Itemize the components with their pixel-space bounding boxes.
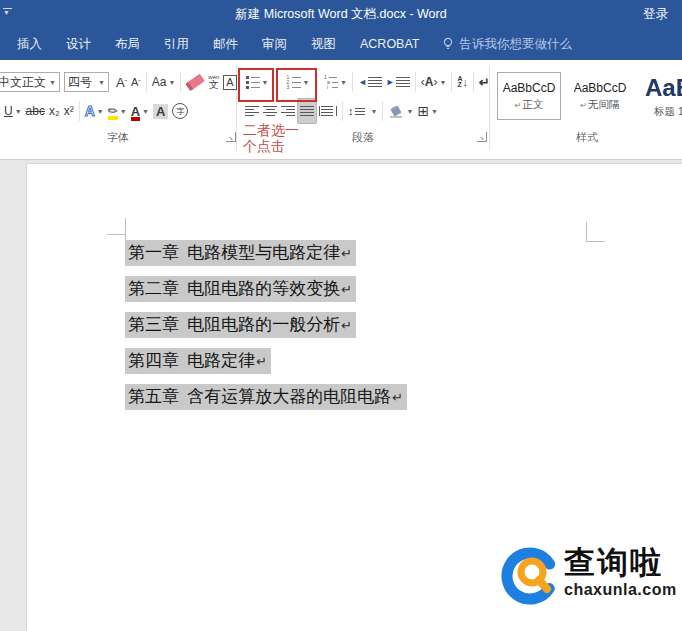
document-paragraph[interactable]: 第一章 电路模型与电路定律↵ [125,240,407,266]
sort-button[interactable]: AZ ↓ [455,70,470,94]
strikethrough-button[interactable]: abc [24,99,47,123]
styles-group-label: 样式 [492,130,682,145]
margin-mark-left-horizontal [107,234,126,235]
character-shading-button[interactable]: A [151,99,170,123]
ribbon-tab[interactable]: ACROBAT [348,28,432,60]
ribbon-tab-row: 插入设计布局引用邮件审阅视图ACROBAT 告诉我你想要做什么 [0,28,682,60]
document-paragraph[interactable]: 第三章 电阻电路的一般分析↵ [125,312,407,338]
chevron-down-icon: ▼ [15,108,22,115]
style-name: ↵无间隔 [580,98,619,112]
chevron-down-icon: ▼ [406,108,413,115]
chevron-down-icon: ▼ [439,79,446,86]
subscript-glyph: x₂ [49,104,60,118]
annotation-line2: 个点击 [243,138,299,154]
text-highlight-button[interactable]: ✎ ▼ [106,99,129,123]
line-spacing-button[interactable]: ↕ ▼ [346,99,379,123]
return-glyph: ↵ [580,101,587,110]
chevron-down-icon: ▼ [431,108,438,115]
align-right-button[interactable] [279,99,297,123]
paragraph-text: 第五章 含有运算放大器的电阻电路 [128,387,391,406]
font-dialog-launcher[interactable] [226,132,236,142]
chevron-down-icon: ▼ [98,79,105,86]
numbering-button[interactable]: 1 2 3 ▼ [280,70,316,94]
ribbon-tab[interactable]: 布局 [103,28,152,60]
paragraph-dialog-launcher[interactable] [477,132,487,142]
subscript-button[interactable]: x₂ [47,99,62,123]
paragraph-group-row1: ▼ 1 2 3 ▼ 1 a i ▼ ◄ [241,69,492,95]
tell-me-label: 告诉我你想要做什么 [460,36,573,53]
style-card-2[interactable]: AaBbCcD↵无间隔 [566,72,634,120]
text-effects-icon: A [85,103,95,119]
multilevel-list-button[interactable]: 1 a i ▼ [322,70,349,94]
style-card-1[interactable]: AaBbCcD↵正文 [497,72,561,120]
borders-button[interactable]: ⊞ ▼ [415,99,440,123]
style-card-3[interactable]: AaB标题 1 [639,72,682,120]
font-size-combo[interactable]: 四号 ▼ [64,72,109,92]
font-name-combo[interactable]: 中文正文 ▼ [0,72,60,92]
chevron-down-icon: ▼ [142,108,149,115]
watermark-domain: chaxunla.com [564,581,677,599]
document-paragraph[interactable]: 第四章 电路定律↵ [125,348,407,374]
increase-indent-button[interactable]: ► [384,70,412,94]
document-page[interactable]: 第一章 电路模型与电路定律↵第二章 电阻电路的等效变换↵第三章 电阻电路的一般分… [26,163,682,631]
font-group-label: 字体 [0,130,236,145]
font-group-row2: U ▼ abc x₂ x² A ▼ ✎ ▼ [2,98,190,124]
align-right-icon [281,106,295,116]
window-title: 新建 Microsoft Word 文档.docx - Word [0,0,682,28]
paragraph-mark: ↵ [341,282,352,297]
clear-formatting-button[interactable] [184,70,206,94]
ribbon-tab[interactable]: 设计 [54,28,103,60]
chevron-down-icon: ▼ [303,79,310,86]
strikethrough-glyph: abc [26,104,45,118]
paragraph-text: 第三章 电阻电路的一般分析 [128,315,340,334]
separator [146,72,147,92]
align-left-button[interactable] [243,99,261,123]
tell-me-box[interactable]: 告诉我你想要做什么 [442,36,573,53]
character-border-button[interactable]: A [221,70,238,94]
phonetic-guide-button[interactable]: wén 文 [206,70,221,94]
paragraph-mark: ↵ [341,318,352,333]
sign-in-button[interactable]: 登录 [643,0,668,28]
separator [415,72,416,92]
paint-bucket-icon [388,103,404,119]
document-paragraph[interactable]: 第二章 电阻电路的等效变换↵ [125,276,407,302]
change-case-button[interactable]: Aa ▼ [150,70,178,94]
underline-button[interactable]: U ▼ [2,99,24,123]
font-color-icon: A [131,104,140,119]
shrink-font-button[interactable]: Aˇ [129,70,143,94]
text-effects-button[interactable]: A ▼ [83,99,106,123]
chevron-down-icon: ▼ [340,79,347,86]
document-paragraph[interactable]: 第五章 含有运算放大器的电阻电路↵ [125,384,407,410]
bullets-button[interactable]: ▼ [241,70,273,94]
paragraph-mark: ↵ [392,390,403,405]
magnifier-logo-icon [498,545,562,609]
grow-font-button[interactable]: Aˆ [114,70,129,94]
style-name-text: 正文 [522,98,543,110]
paragraph-mark: ↵ [341,246,352,261]
title-bar: ▼ 新建 Microsoft Word 文档.docx - Word 登录 [0,0,682,28]
paragraph-group-row2: ↕ ▼ ▼ ⊞ ▼ [243,98,440,124]
asian-layout-button[interactable]: ‹A› ▼ [419,70,449,94]
ribbon-tab[interactable]: 审阅 [250,28,299,60]
style-preview: AaBbCcD [574,81,627,95]
decrease-indent-button[interactable]: ◄ [356,70,384,94]
annotation-text: 二者选一 个点击 [243,122,299,154]
shading-button[interactable]: ▼ [386,99,415,123]
align-center-button[interactable] [261,99,279,123]
show-hide-marks-button[interactable]: ↵ [477,70,492,94]
style-name-text: 标题 1 [654,105,682,117]
font-color-button[interactable]: A ▼ [129,99,151,123]
ribbon-tab[interactable]: 引用 [152,28,201,60]
ribbon-tab[interactable]: 视图 [299,28,348,60]
character-border-icon: A [223,75,236,90]
enclose-characters-button[interactable]: 字 [170,99,190,123]
enclose-characters-icon: 字 [172,103,188,119]
distribute-button[interactable] [317,99,339,123]
ribbon-tab[interactable]: 邮件 [201,28,250,60]
superscript-button[interactable]: x² [62,99,76,123]
ribbon-tab[interactable]: 插入 [5,28,54,60]
increase-indent-icon [396,77,410,87]
shrink-font-glyph: A [131,76,138,88]
justify-button[interactable] [297,98,317,124]
margin-mark-right-vertical [586,222,587,242]
